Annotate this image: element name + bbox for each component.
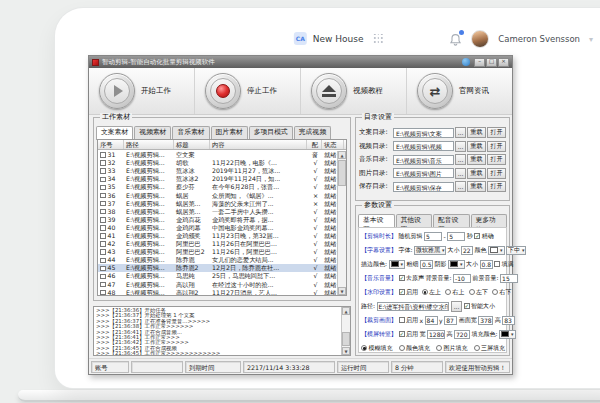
- browse-button[interactable]: ...: [455, 154, 466, 165]
- close-button[interactable]: ×: [498, 58, 509, 67]
- header-voice[interactable]: 配音: [307, 140, 322, 149]
- fill-mode-radio[interactable]: 三屏填充: [474, 344, 506, 353]
- row-checkbox[interactable]: [100, 185, 106, 191]
- watermark-enable-checkbox[interactable]: [399, 289, 405, 295]
- chevron-down-icon[interactable]: ▾: [589, 35, 593, 44]
- shadow-color-select[interactable]: ▾: [448, 260, 465, 269]
- bg-volume-input[interactable]: -10: [453, 274, 471, 283]
- header-path[interactable]: 路径: [124, 140, 174, 149]
- watermark-position-radio[interactable]: 右上: [445, 288, 465, 297]
- crop-width-input[interactable]: 378: [478, 316, 493, 325]
- stop-work-button[interactable]: 停止工作: [195, 68, 301, 114]
- row-checkbox[interactable]: [100, 290, 106, 296]
- font-size-input[interactable]: 22: [461, 246, 473, 255]
- material-tab[interactable]: 多项目模式: [249, 126, 293, 139]
- scroll-thumb[interactable]: [338, 160, 346, 186]
- row-checkbox[interactable]: [100, 209, 106, 215]
- play-icon[interactable]: [99, 73, 135, 109]
- sync-icon[interactable]: ⇄: [417, 73, 453, 109]
- minimize-button[interactable]: –: [474, 58, 485, 67]
- scroll-down-icon[interactable]: ▼: [338, 287, 346, 295]
- browse-button[interactable]: ...: [455, 141, 466, 152]
- log-scroll-thumb[interactable]: [342, 332, 350, 346]
- row-checkbox[interactable]: [100, 152, 106, 158]
- table-row[interactable]: 38 E:\视频剪辑... 蜗居第... 一套二手房中人头攒... √ 就绪: [98, 208, 337, 216]
- open-button[interactable]: 打开: [487, 154, 506, 165]
- record-icon[interactable]: [205, 73, 241, 109]
- smart-size-checkbox[interactable]: [464, 303, 470, 309]
- material-tab[interactable]: 视频素材: [134, 126, 171, 139]
- fill-mode-radio[interactable]: 颜色填充: [399, 344, 431, 353]
- table-row[interactable]: 48 E:\视频剪辑... 高以翔2 11月27日消息，艺人... √ 就绪: [98, 289, 337, 296]
- header-title[interactable]: 标题: [174, 140, 210, 149]
- header-content[interactable]: 内容: [210, 140, 307, 149]
- font-select[interactable]: 微软雅黑▾: [414, 246, 446, 255]
- table-row[interactable]: 47 E:\视频剪辑... 高以翔 在经过这十小时的抢... √ 就绪: [98, 281, 337, 289]
- row-checkbox[interactable]: [100, 266, 106, 272]
- notification-bell-icon[interactable]: [449, 32, 462, 46]
- fg-volume-input[interactable]: 15: [500, 274, 518, 283]
- maximize-button[interactable]: □: [486, 58, 497, 67]
- stroke-width-input[interactable]: 0.5: [420, 260, 433, 269]
- table-row[interactable]: 32 E:\视频剪辑... 胡歌 11月22日晚，电影《... √ 就绪: [98, 159, 337, 167]
- fill-mode-radio[interactable]: 图片填充: [436, 344, 468, 353]
- table-row[interactable]: 42 E:\视频剪辑... 阿里巴巴 11月26日在阿里巴巴... √ 就绪: [98, 240, 337, 248]
- avatar[interactable]: [471, 30, 489, 48]
- video-tutorial-button[interactable]: 视频教程: [301, 68, 407, 114]
- material-tab[interactable]: 图片素材: [211, 126, 248, 139]
- table-row[interactable]: 45 E:\视频剪辑... 陈乔恩2 12月2日，陈乔恩在社... √ 就绪: [98, 264, 337, 272]
- log-scroll-up-icon[interactable]: ▲: [342, 307, 350, 315]
- subtitle-position-select[interactable]: 下中▾: [506, 246, 526, 255]
- directory-path-input[interactable]: E:\视频剪辑\图片: [393, 168, 454, 178]
- table-row[interactable]: 36 E:\视频剪辑... 蜗居 众所周知，《蜗居》... × 就绪: [98, 191, 337, 199]
- watermark-position-radio[interactable]: 左下: [469, 288, 489, 297]
- log-scrollbar[interactable]: ▲ ▼: [341, 307, 350, 355]
- row-checkbox[interactable]: [100, 233, 106, 239]
- reload-button[interactable]: 重载: [467, 181, 486, 192]
- crop-y-input[interactable]: 87: [444, 316, 457, 325]
- row-checkbox[interactable]: [100, 168, 106, 174]
- scroll-up-icon[interactable]: ▲: [338, 151, 346, 159]
- open-button[interactable]: 打开: [487, 141, 506, 152]
- material-tab[interactable]: 音乐素材: [172, 126, 209, 139]
- table-scrollbar[interactable]: ▲ ▼: [337, 151, 346, 295]
- row-checkbox[interactable]: [100, 177, 106, 183]
- watermark-path-input[interactable]: E:\进军抖音\资料\镂空水印.png: [377, 302, 449, 311]
- table-row[interactable]: 39 E:\视频剪辑... 金鸡百花 金鸡奖即将开幕，据... √ 就绪: [98, 216, 337, 224]
- fill-mode-radio[interactable]: 模糊填充: [361, 344, 393, 353]
- precise-checkbox[interactable]: [474, 233, 480, 239]
- table-row[interactable]: 34 E:\视频剪辑... 范冰冰2 2019年11月24日，知... √ 就绪: [98, 175, 337, 183]
- shadow-size-input[interactable]: 0.8: [480, 260, 493, 269]
- material-tab[interactable]: 完成视频: [294, 126, 331, 139]
- table-row[interactable]: 46 E:\视频剪辑... 马思纯 25日，马思纯回怼下... √ 就绪: [98, 272, 337, 280]
- convert-fill-color-select[interactable]: ▾: [499, 330, 516, 339]
- convert-height-input[interactable]: 720: [454, 330, 470, 339]
- row-checkbox[interactable]: [100, 249, 106, 255]
- table-row[interactable]: 37 E:\视频剪辑... 蜗居第... 海藻的父亲来江州了... × 就绪: [98, 200, 337, 208]
- browse-button[interactable]: ...: [455, 168, 466, 179]
- header-status[interactable]: 状态: [322, 140, 344, 149]
- watermark-position-radio[interactable]: 左上: [422, 288, 442, 297]
- table-row[interactable]: 33 E:\视频剪辑... 范冰冰 2019年11月27，范冰... √ 就绪: [98, 167, 337, 175]
- table-row[interactable]: 35 E:\视频剪辑... 蔡少芬 在今年6月28日，张晋... √ 就绪: [98, 183, 337, 191]
- mute-checkbox[interactable]: [399, 275, 405, 281]
- eject-icon[interactable]: [311, 73, 347, 109]
- watermark-browse-button[interactable]: ...: [451, 301, 462, 312]
- font-color-select[interactable]: ▾: [488, 246, 505, 255]
- row-checkbox[interactable]: [100, 217, 106, 223]
- stroke-color-select[interactable]: ▾: [389, 260, 406, 269]
- crop-height-input[interactable]: 83: [502, 316, 515, 325]
- workspace-switcher[interactable]: CA New House: [294, 32, 384, 45]
- table-row[interactable]: 44 E:\视频剪辑... 陈乔恩 女儿们的恋爱大结局... √ 就绪: [98, 256, 337, 264]
- browse-button[interactable]: ...: [455, 127, 466, 138]
- directory-path-input[interactable]: E:\视频剪辑\文案: [393, 128, 454, 138]
- row-checkbox[interactable]: [100, 193, 106, 199]
- convert-enable-checkbox[interactable]: [399, 331, 405, 337]
- row-checkbox[interactable]: [100, 160, 106, 166]
- reload-button[interactable]: 重载: [467, 154, 486, 165]
- clip-to-input[interactable]: 5: [447, 232, 465, 241]
- row-checkbox[interactable]: [100, 241, 106, 247]
- crop-enable-checkbox[interactable]: [399, 317, 405, 323]
- fill-checkbox[interactable]: [494, 261, 500, 267]
- support-icon[interactable]: [462, 58, 470, 66]
